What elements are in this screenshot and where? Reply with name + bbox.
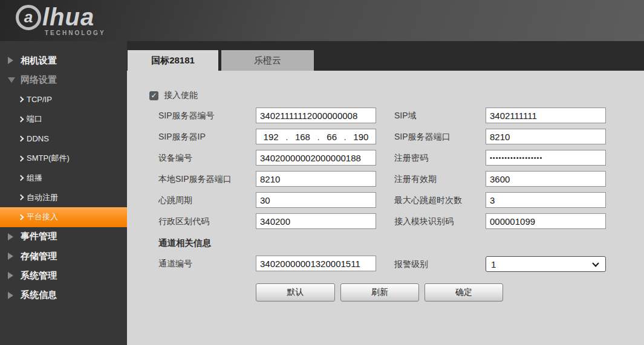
- sip-server-id-field[interactable]: [256, 108, 376, 123]
- tab-band: 国标28181 乐橙云: [127, 41, 644, 71]
- refresh-button[interactable]: 刷新: [340, 283, 419, 301]
- chevron-down-icon: [592, 260, 599, 266]
- field-label: 最大心跳超时次数: [394, 192, 462, 208]
- admin-region-code-field[interactable]: [256, 213, 376, 229]
- chevron-right-icon: [18, 116, 24, 122]
- sip-server-port-field[interactable]: [486, 129, 606, 144]
- check-icon: ✓: [151, 92, 157, 99]
- logo-subtitle: TECHNOLOGY: [45, 30, 106, 36]
- chevron-right-icon: [18, 136, 24, 142]
- sidebar-item-label: 网络设置: [21, 74, 57, 86]
- top-header: a lhua TECHNOLOGY: [0, 0, 644, 41]
- access-enable-label: 接入使能: [164, 90, 198, 101]
- sidebar-item-label: 相机设置: [21, 55, 57, 66]
- ip-separator: .: [317, 132, 320, 142]
- access-module-id-field[interactable]: [486, 213, 606, 229]
- sidebar-item-label: 平台接入: [27, 211, 58, 222]
- sidebar-item-label: SMTP(邮件): [27, 153, 70, 164]
- sidebar-item-tcpip[interactable]: TCP/IP: [0, 90, 127, 109]
- ip-octet[interactable]: 66: [327, 132, 337, 142]
- ip-octet[interactable]: 168: [295, 132, 310, 142]
- sidebar-item-platform-access[interactable]: 平台接入: [0, 207, 127, 227]
- ip-separator: .: [344, 132, 346, 142]
- field-label: 设备编号: [158, 150, 192, 166]
- sidebar-item-ddns[interactable]: DDNS: [0, 129, 127, 149]
- sidebar-item-camera-settings[interactable]: 相机设置: [0, 51, 127, 70]
- default-button[interactable]: 默认: [256, 283, 335, 301]
- sidebar-item-label: 存储管理: [21, 251, 57, 262]
- sidebar-item-system-info[interactable]: 系统信息: [0, 286, 127, 305]
- chevron-right-icon: [18, 214, 24, 220]
- ip-octet[interactable]: 192: [264, 132, 279, 142]
- alarm-level-value: 1: [491, 259, 496, 269]
- sidebar-menu: 相机设置 网络设置 TCP/IP 端口 DDNS SMTP(邮件): [0, 51, 127, 305]
- logo-ring-icon: a: [16, 5, 41, 30]
- chevron-right-icon: [18, 175, 24, 181]
- chevron-right-icon: [18, 97, 24, 103]
- collapsed-triangle-icon: [8, 233, 13, 240]
- sidebar-item-storage-management[interactable]: 存储管理: [0, 247, 127, 266]
- channel-section-heading: 通道相关信息: [158, 237, 211, 249]
- field-label: 接入模块识别码: [394, 213, 454, 229]
- field-label: 报警级别: [394, 256, 428, 272]
- sip-server-ip-field[interactable]: 192 . 168 . 66 . 190: [256, 129, 376, 144]
- sidebar-item-label: DDNS: [27, 134, 49, 143]
- chevron-right-icon: [18, 195, 24, 201]
- tab-list: 国标28181 乐橙云: [128, 50, 314, 71]
- sidebar-item-label: 事件管理: [21, 231, 57, 242]
- channel-id-field[interactable]: [256, 256, 376, 271]
- sidebar-item-label: 组播: [27, 173, 42, 184]
- sip-domain-field[interactable]: [486, 108, 606, 123]
- sidebar-item-label: 自动注册: [27, 192, 58, 203]
- expanded-triangle-icon: [8, 77, 15, 83]
- chevron-right-icon: [18, 155, 24, 161]
- field-label: 注册密码: [394, 150, 428, 166]
- sidebar-item-smtp[interactable]: SMTP(邮件): [0, 149, 127, 168]
- field-label: 心跳周期: [158, 192, 192, 208]
- sidebar-item-label: 系统信息: [21, 289, 57, 301]
- access-enable-row: ✓ 接入使能: [149, 90, 198, 101]
- tab-gb28181[interactable]: 国标28181: [128, 50, 218, 71]
- max-heartbeat-timeout-field[interactable]: [486, 192, 606, 208]
- field-label: 本地SIP服务器端口: [158, 171, 232, 187]
- local-sip-port-field[interactable]: [256, 171, 376, 187]
- sidebar-item-label: 端口: [27, 114, 42, 124]
- collapsed-triangle-icon: [8, 272, 13, 279]
- field-label: 通道编号: [158, 256, 192, 271]
- platform-access-panel: ✓ 接入使能 SIP服务器编号 SIP服务器IP 192 . 168 . 66 …: [127, 71, 644, 345]
- sidebar-item-label: 系统管理: [21, 270, 57, 282]
- sidebar-item-multicast[interactable]: 组播: [0, 168, 127, 187]
- sidebar-item-event-management[interactable]: 事件管理: [0, 227, 127, 247]
- sidebar-item-system-management[interactable]: 系统管理: [0, 266, 127, 285]
- field-label: 注册有效期: [394, 171, 437, 187]
- sidebar-item-network-settings[interactable]: 网络设置: [0, 70, 127, 89]
- collapsed-triangle-icon: [8, 57, 13, 64]
- alarm-level-select[interactable]: 1: [486, 256, 606, 272]
- sidebar-item-label: TCP/IP: [27, 95, 52, 104]
- field-label: SIP服务器编号: [158, 108, 215, 123]
- tab-lechange-cloud[interactable]: 乐橙云: [221, 50, 314, 71]
- field-label: SIP服务器IP: [158, 129, 206, 144]
- ip-octet[interactable]: 190: [353, 132, 368, 142]
- collapsed-triangle-icon: [8, 292, 13, 299]
- ip-separator: .: [285, 132, 288, 142]
- field-label: SIP服务器端口: [394, 129, 450, 144]
- dahua-logo: a lhua TECHNOLOGY: [16, 4, 106, 36]
- logo-wordmark: lhua: [42, 4, 94, 31]
- sidebar: 相机设置 网络设置 TCP/IP 端口 DDNS SMTP(邮件): [0, 41, 127, 345]
- field-label: 行政区划代码: [158, 213, 209, 229]
- register-valid-period-field[interactable]: [486, 171, 606, 187]
- register-password-field[interactable]: [486, 150, 606, 166]
- access-enable-checkbox[interactable]: ✓: [149, 91, 158, 100]
- sidebar-item-port[interactable]: 端口: [0, 109, 127, 129]
- collapsed-triangle-icon: [8, 253, 13, 260]
- device-id-field[interactable]: [256, 150, 376, 166]
- heartbeat-cycle-field[interactable]: [256, 192, 376, 208]
- dahua-web-ui: a lhua TECHNOLOGY 相机设置 网络设置 TCP/IP 端口: [0, 0, 644, 345]
- confirm-button[interactable]: 确定: [424, 283, 503, 301]
- sidebar-item-auto-register[interactable]: 自动注册: [0, 188, 127, 207]
- field-label: SIP域: [394, 108, 417, 123]
